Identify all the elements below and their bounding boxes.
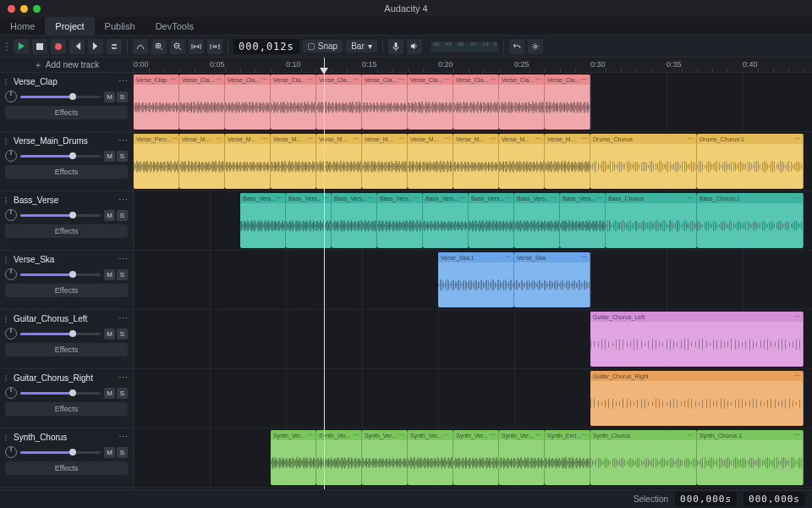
track-name[interactable]: Verse_Main_Drums bbox=[14, 136, 115, 146]
track-lane[interactable]: Guitar_Chorus_Right⋯ bbox=[134, 369, 812, 428]
clip-menu-icon[interactable]: ⋯ bbox=[398, 135, 404, 142]
zoom-in-button[interactable] bbox=[151, 39, 167, 54]
audio-clip[interactable]: Verse_Ska⋯ bbox=[514, 252, 590, 307]
pan-knob[interactable] bbox=[5, 446, 17, 458]
time-ruler[interactable]: 0:000:050:100:150:200:250:300:350:40 bbox=[134, 58, 812, 73]
track-drag-handle[interactable] bbox=[5, 316, 10, 323]
audio-clip[interactable]: Verse_Cla...⋯ bbox=[545, 75, 590, 130]
clip-menu-icon[interactable]: ⋯ bbox=[688, 135, 694, 142]
mute-button[interactable]: M bbox=[104, 91, 115, 102]
solo-button[interactable]: S bbox=[117, 329, 128, 340]
playhead[interactable] bbox=[324, 58, 325, 489]
audio-clip[interactable]: Verse_M...⋯ bbox=[408, 134, 453, 189]
snap-toggle[interactable]: Snap bbox=[303, 40, 343, 52]
clip-menu-icon[interactable]: ⋯ bbox=[261, 135, 267, 142]
clip-menu-icon[interactable]: ⋯ bbox=[398, 76, 404, 83]
clip-menu-icon[interactable]: ⋯ bbox=[353, 432, 359, 439]
mute-button[interactable]: M bbox=[104, 447, 115, 458]
zoom-out-button[interactable] bbox=[170, 39, 185, 54]
audio-clip[interactable]: Synth_Ver...⋯ bbox=[408, 430, 453, 485]
track-lane[interactable]: Guitar_Chorus_Left⋯ bbox=[134, 310, 812, 369]
clip-menu-icon[interactable]: ⋯ bbox=[459, 195, 465, 202]
mute-button[interactable]: M bbox=[104, 210, 115, 221]
clip-menu-icon[interactable]: ⋯ bbox=[794, 373, 800, 379]
track-drag-handle[interactable] bbox=[5, 138, 10, 145]
fit-selection-button[interactable] bbox=[189, 39, 204, 54]
clip-menu-icon[interactable]: ⋯ bbox=[581, 254, 587, 261]
clip-menu-icon[interactable]: ⋯ bbox=[688, 195, 694, 202]
audio-clip[interactable]: Bass_Vers...⋯ bbox=[514, 193, 560, 248]
solo-button[interactable]: S bbox=[117, 388, 128, 399]
pan-knob[interactable] bbox=[5, 150, 17, 162]
mute-button[interactable]: M bbox=[104, 151, 115, 162]
audio-clip[interactable]: Bass_Vers...⋯ bbox=[469, 193, 514, 248]
solo-button[interactable]: S bbox=[117, 210, 128, 221]
effects-button[interactable]: Effects bbox=[5, 402, 128, 416]
clip-menu-icon[interactable]: ⋯ bbox=[444, 135, 450, 142]
volume-slider[interactable] bbox=[20, 392, 101, 395]
audio-clip[interactable]: Guitar_Chorus_Left⋯ bbox=[590, 312, 804, 367]
audio-clip[interactable]: Verse_M...⋯ bbox=[271, 134, 316, 189]
audio-clip[interactable]: Synth_End...⋯ bbox=[545, 430, 590, 485]
tab-publish[interactable]: Publish bbox=[95, 17, 145, 35]
clip-menu-icon[interactable]: ⋯ bbox=[216, 76, 222, 83]
clip-menu-icon[interactable]: ⋯ bbox=[535, 135, 541, 142]
track-name[interactable]: Verse_Ska bbox=[14, 255, 115, 264]
track-name[interactable]: Verse_Clap bbox=[14, 77, 115, 86]
track-menu-button[interactable]: ⋯ bbox=[118, 432, 128, 443]
skip-start-button[interactable] bbox=[69, 39, 85, 54]
audio-clip[interactable]: Verse_Cla...⋯ bbox=[499, 75, 545, 130]
audio-clip[interactable]: Bass_Vers...⋯ bbox=[423, 193, 469, 248]
audio-clip[interactable]: Verse_Cla...⋯ bbox=[179, 75, 225, 130]
audio-clip[interactable]: Verse_M...⋯ bbox=[453, 134, 499, 189]
track-drag-handle[interactable] bbox=[5, 257, 10, 263]
track-menu-button[interactable]: ⋯ bbox=[118, 195, 128, 206]
audio-clip[interactable]: Drums_Chorus:1⋯ bbox=[697, 134, 804, 189]
clip-menu-icon[interactable]: ⋯ bbox=[596, 195, 602, 202]
volume-slider[interactable] bbox=[20, 273, 101, 276]
effects-button[interactable]: Effects bbox=[5, 224, 128, 238]
track-drag-handle[interactable] bbox=[5, 434, 10, 441]
audio-clip[interactable]: Verse_Perc...⋯ bbox=[134, 134, 179, 189]
audio-clip[interactable]: Verse_M...⋯ bbox=[545, 134, 590, 189]
selection-start[interactable]: 000,000s bbox=[675, 492, 737, 506]
audio-clip[interactable]: Verse_Cla...⋯ bbox=[408, 75, 453, 130]
envelope-tool-button[interactable] bbox=[133, 39, 148, 54]
audio-clip[interactable]: Verse_Cla...⋯ bbox=[271, 75, 316, 130]
settings-button[interactable] bbox=[528, 39, 543, 54]
track-lane[interactable]: Bass_Vers...⋯Bass_Vers...⋯Bass_Vers...⋯B… bbox=[134, 191, 812, 251]
clip-menu-icon[interactable]: ⋯ bbox=[794, 313, 800, 320]
audio-clip[interactable]: Verse_M...⋯ bbox=[225, 134, 271, 189]
clip-menu-icon[interactable]: ⋯ bbox=[794, 135, 800, 142]
volume-slider[interactable] bbox=[20, 214, 101, 217]
clip-menu-icon[interactable]: ⋯ bbox=[581, 432, 587, 439]
track-menu-button[interactable]: ⋯ bbox=[118, 313, 128, 324]
audio-clip[interactable]: Verse_M...⋯ bbox=[362, 134, 408, 189]
fit-project-button[interactable] bbox=[207, 39, 222, 54]
track-menu-button[interactable]: ⋯ bbox=[118, 76, 128, 87]
audio-clip[interactable]: Synth_Chorus⋯ bbox=[590, 430, 697, 485]
track-name[interactable]: Guitar_Chorus_Left bbox=[14, 314, 115, 323]
audio-clip[interactable]: Verse_Cla...⋯ bbox=[453, 75, 499, 130]
track-name[interactable]: Synth_Chorus bbox=[14, 433, 115, 442]
clip-menu-icon[interactable]: ⋯ bbox=[353, 135, 359, 142]
record-button[interactable] bbox=[51, 39, 66, 54]
tab-home[interactable]: Home bbox=[0, 17, 45, 35]
audio-clip[interactable]: Synth_Ver...⋯ bbox=[362, 430, 408, 485]
audio-clip[interactable]: Bass_Vers...⋯ bbox=[560, 193, 606, 248]
track-lane[interactable]: Verse_Clap⋯Verse_Cla...⋯Verse_Cla...⋯Ver… bbox=[134, 73, 812, 132]
audio-clip[interactable]: Bass_Vers...⋯ bbox=[332, 193, 377, 248]
pan-knob[interactable] bbox=[5, 91, 17, 102]
clip-menu-icon[interactable]: ⋯ bbox=[172, 135, 178, 142]
snap-unit-select[interactable]: Bar ▾ bbox=[346, 40, 377, 52]
solo-button[interactable]: S bbox=[117, 269, 128, 280]
track-drag-handle[interactable] bbox=[5, 375, 10, 382]
track-lane[interactable]: Verse_Ska:1⋯Verse_Ska⋯ bbox=[134, 251, 812, 310]
clip-menu-icon[interactable]: ⋯ bbox=[794, 432, 800, 439]
pan-knob[interactable] bbox=[5, 268, 17, 280]
track-lane[interactable]: Verse_Perc...⋯Verse_M...⋯Verse_M...⋯Vers… bbox=[134, 132, 812, 191]
audio-clip[interactable]: Synth_Ver...⋯ bbox=[453, 430, 499, 485]
clip-menu-icon[interactable]: ⋯ bbox=[505, 254, 511, 261]
track-name[interactable]: Guitar_Chorus_Right bbox=[14, 373, 115, 383]
effects-button[interactable]: Effects bbox=[5, 343, 128, 356]
